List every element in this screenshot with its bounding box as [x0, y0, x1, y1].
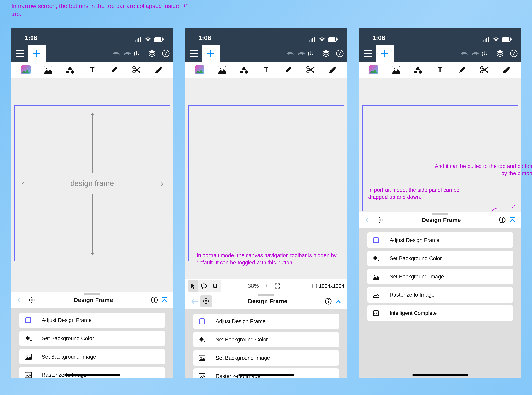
hamburger-icon — [16, 50, 24, 56]
brush-tool[interactable] — [326, 63, 339, 76]
fullscreen-button[interactable] — [272, 280, 283, 292]
svg-point-89 — [379, 219, 380, 221]
panel-move-button[interactable] — [200, 295, 212, 307]
panel-drag-handle[interactable] — [84, 293, 101, 295]
panel-move-button[interactable] — [374, 216, 385, 224]
panel-item-bg-image[interactable]: Set Background Image — [367, 269, 513, 284]
svg-point-15 — [46, 68, 47, 69]
menu-button[interactable] — [186, 46, 202, 61]
undo-button[interactable] — [285, 46, 296, 61]
panel-collapse-button[interactable] — [333, 298, 343, 304]
panel-back-button[interactable] — [15, 297, 26, 303]
add-tab-button[interactable] — [28, 45, 46, 62]
redo-button[interactable] — [296, 46, 307, 61]
svg-rect-32 — [309, 40, 310, 42]
layers-button[interactable] — [319, 46, 333, 61]
zoom-value[interactable]: 38% — [245, 280, 262, 292]
annotation-nav-toolbar: In portrait mode, the canvas navigation … — [197, 252, 339, 266]
shapes-tool[interactable] — [64, 63, 76, 76]
help-button[interactable]: ? — [333, 46, 347, 61]
svg-rect-61 — [336, 299, 341, 299]
shapes-icon — [240, 66, 248, 74]
gallery-tool[interactable] — [19, 63, 32, 76]
panel-drag-handle[interactable] — [258, 295, 274, 296]
gallery-tool[interactable] — [367, 63, 380, 76]
add-tab-button[interactable] — [202, 45, 220, 62]
text-tool[interactable]: T — [434, 63, 446, 76]
cut-tool[interactable] — [478, 63, 491, 76]
square-icon — [24, 317, 32, 323]
svg-rect-43 — [207, 53, 214, 54]
panel-item-rasterize[interactable]: Rasterize to Image — [19, 367, 165, 378]
panel-item-bg-image[interactable]: Set Background Image — [19, 349, 165, 364]
panel-item-intelligent-complete[interactable]: Intelligent Complete — [367, 305, 513, 321]
cut-tool[interactable] — [130, 63, 143, 76]
panel-item-bg-color[interactable]: Set Background Color — [367, 251, 513, 266]
add-tab-button[interactable] — [376, 45, 393, 62]
panel-item-bg-image[interactable]: Set Background Image — [193, 350, 339, 366]
gallery-tool[interactable] — [193, 63, 206, 76]
canvas[interactable]: design frame — [11, 78, 173, 292]
panel-item-adjust-frame[interactable]: Adjust Design Frame — [367, 232, 513, 248]
svg-point-18 — [71, 70, 74, 74]
text-tool[interactable]: T — [260, 63, 272, 76]
brush-icon — [502, 66, 511, 74]
svg-text:T: T — [90, 66, 94, 74]
panel-item-label: Set Background Color — [390, 255, 442, 262]
snap-tool[interactable] — [210, 280, 221, 292]
shapes-tool[interactable] — [237, 63, 250, 76]
panel-back-button[interactable] — [363, 217, 374, 223]
square-icon — [312, 284, 317, 288]
design-frame-outline[interactable] — [188, 105, 344, 261]
text-tool[interactable]: T — [86, 63, 98, 76]
pointer-tool[interactable] — [188, 280, 198, 292]
panel-item-rasterize[interactable]: Rasterize to Image — [367, 287, 513, 303]
draw-tool[interactable] — [456, 63, 469, 76]
panel-collapse-button[interactable] — [159, 297, 169, 303]
help-button[interactable]: ? — [507, 46, 521, 61]
svg-rect-62 — [199, 319, 205, 324]
battery-icon — [328, 37, 338, 42]
shapes-icon — [414, 66, 422, 74]
image-tool[interactable] — [215, 63, 228, 76]
panel-drag-handle[interactable] — [432, 213, 448, 215]
panel-item-adjust-frame[interactable]: Adjust Design Frame — [19, 313, 165, 328]
panel-move-button[interactable] — [26, 296, 37, 304]
panel-info-button[interactable] — [149, 297, 159, 303]
help-button[interactable]: ? — [159, 46, 173, 61]
undo-button[interactable] — [459, 46, 470, 61]
panel-item-bg-color[interactable]: Set Background Color — [19, 331, 165, 346]
fit-width-button[interactable] — [222, 280, 234, 292]
draw-tool[interactable] — [108, 63, 121, 76]
brush-tool[interactable] — [152, 63, 165, 76]
layers-button[interactable] — [493, 46, 507, 61]
image-tool[interactable] — [42, 63, 54, 76]
design-frame-outline[interactable]: design frame — [14, 105, 170, 261]
svg-rect-92 — [502, 219, 503, 222]
arrow-right-icon — [160, 182, 163, 186]
canvas-size[interactable]: 1024x1024 — [312, 283, 344, 289]
panel-item-bg-color[interactable]: Set Background Color — [193, 332, 339, 347]
canvas[interactable]: In portrait mode, the canvas navigation … — [185, 78, 347, 279]
draw-tool[interactable] — [282, 63, 295, 76]
svg-rect-84 — [414, 71, 417, 73]
panel-back-button[interactable] — [189, 298, 200, 304]
brush-tool[interactable] — [500, 63, 513, 76]
redo-button[interactable] — [122, 46, 133, 61]
svg-rect-74 — [364, 50, 372, 51]
zoom-in-button[interactable]: + — [262, 280, 271, 292]
svg-rect-39 — [190, 50, 198, 51]
undo-button[interactable] — [111, 46, 122, 61]
fullscreen-icon — [275, 283, 280, 289]
redo-button[interactable] — [470, 46, 481, 61]
shapes-tool[interactable] — [412, 63, 424, 76]
menu-button[interactable] — [360, 46, 376, 61]
panel-info-button[interactable] — [323, 298, 333, 305]
panel-item-adjust-frame[interactable]: Adjust Design Frame — [193, 314, 339, 329]
menu-button[interactable] — [12, 46, 28, 61]
zoom-out-button[interactable]: − — [235, 280, 245, 292]
image-tool[interactable] — [390, 63, 402, 76]
cut-tool[interactable] — [304, 63, 317, 76]
panel-item-rasterize[interactable]: Rasterize to Image — [193, 368, 339, 378]
layers-button[interactable] — [145, 46, 159, 61]
